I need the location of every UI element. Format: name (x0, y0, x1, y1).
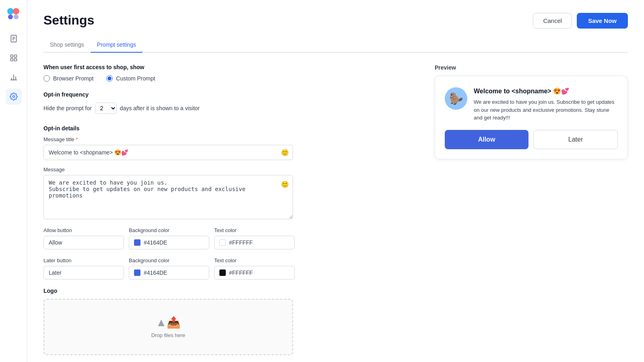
preview-avatar: 🦫 (445, 87, 467, 110)
message-emoji-btn[interactable]: 🙂 (281, 181, 289, 188)
upload-icon: ▲📤 (52, 316, 284, 329)
svg-point-0 (7, 8, 14, 14)
svg-rect-8 (10, 55, 13, 58)
svg-point-1 (13, 8, 19, 14)
radio-browser-prompt[interactable]: Browser Prompt (43, 75, 93, 82)
svg-rect-9 (14, 55, 17, 58)
preview-label: Preview (435, 64, 628, 71)
preview-allow-button[interactable]: Allow (445, 130, 528, 149)
radio-custom-prompt-input[interactable] (106, 75, 113, 82)
preview-title: Welcome to <shopname> 😍💕 (474, 87, 618, 95)
svg-rect-10 (10, 59, 13, 61)
radio-browser-prompt-input[interactable] (43, 75, 50, 82)
later-text-color-label: Text color (214, 257, 295, 263)
allow-bg-color-group: Background color #4164DE (129, 227, 209, 249)
allow-text-color-text: #FFFFFF (229, 239, 253, 246)
logo-upload-zone[interactable]: ▲📤 Drop files here (43, 299, 293, 355)
svg-point-3 (14, 14, 19, 19)
tab-bar: Shop settings Prompt settings (43, 37, 628, 53)
preview-later-button[interactable]: Later (533, 130, 618, 149)
preview-panel: Preview 🦫 Welcome to <shopname> 😍💕 We ar… (435, 64, 628, 159)
svg-point-2 (8, 14, 13, 19)
allow-text-color-swatch (219, 239, 226, 246)
later-bg-color-label: Background color (129, 257, 209, 263)
sidebar-item-chart[interactable] (6, 69, 22, 85)
allow-bg-color-input[interactable]: #4164DE (129, 236, 209, 249)
message-label: Message (43, 167, 293, 173)
later-button-label-group: Later button (43, 257, 124, 280)
message-wrapper: We are excited to have you join us. Subs… (43, 175, 293, 221)
svg-rect-11 (14, 59, 17, 61)
later-text-color-text: #FFFFFF (229, 269, 253, 276)
allow-bg-color-swatch (134, 239, 140, 246)
tab-prompt-settings[interactable]: Prompt settings (91, 37, 142, 53)
later-bg-color-group: Background color #4164DE (129, 257, 209, 280)
sidebar-item-document[interactable] (6, 31, 22, 47)
frequency-after-text: days after it is shown to a visitor (120, 105, 200, 111)
opt-in-details-label: Opt-in details (43, 125, 293, 132)
sidebar (0, 0, 27, 362)
opt-in-details: Opt-in details Message title * 🙂 Message… (43, 125, 293, 355)
message-title-label: Message title * (43, 136, 293, 142)
allow-text-color-input[interactable]: #FFFFFF (214, 236, 295, 249)
later-text-color-input[interactable]: #FFFFFF (214, 266, 295, 280)
later-bg-color-text: #4164DE (144, 269, 167, 276)
preview-content: Welcome to <shopname> 😍💕 We are excited … (474, 87, 618, 122)
allow-button-label-group: Allow button (43, 227, 124, 249)
preview-header: 🦫 Welcome to <shopname> 😍💕 We are excite… (445, 87, 618, 122)
main-content: Cancel Save Now Settings Shop settings P… (27, 0, 644, 362)
later-button-config: Later button Background color #4164DE Te… (43, 257, 293, 280)
allow-bg-color-text: #4164DE (144, 239, 167, 246)
later-button-text-input[interactable] (43, 266, 124, 280)
radio-browser-prompt-label: Browser Prompt (53, 75, 93, 82)
later-bg-color-swatch (134, 269, 140, 276)
save-now-button[interactable]: Save Now (577, 13, 628, 29)
svg-point-16 (12, 96, 14, 98)
preview-buttons: Allow Later (445, 130, 618, 149)
app-logo (6, 6, 21, 21)
sidebar-item-settings[interactable] (6, 88, 22, 105)
logo-section: Logo ▲📤 Drop files here (43, 288, 293, 355)
message-textarea[interactable]: We are excited to have you join us. Subs… (43, 175, 293, 219)
allow-text-color-label: Text color (214, 227, 295, 233)
radio-custom-prompt-label: Custom Prompt (116, 75, 155, 82)
preview-message: We are excited to have you join us. Subs… (474, 98, 618, 122)
later-text-color-swatch (219, 269, 226, 276)
message-title-wrapper: 🙂 (43, 145, 293, 160)
radio-custom-prompt[interactable]: Custom Prompt (106, 75, 155, 82)
tab-shop-settings[interactable]: Shop settings (43, 37, 91, 53)
allow-text-color-group: Text color #FFFFFF (214, 227, 295, 249)
later-text-color-group: Text color #FFFFFF (214, 257, 295, 280)
allow-button-field-label: Allow button (43, 227, 124, 233)
message-title-input[interactable] (43, 145, 293, 160)
cancel-button[interactable]: Cancel (533, 13, 572, 29)
message-title-emoji-btn[interactable]: 🙂 (281, 149, 289, 156)
later-button-field-label: Later button (43, 257, 124, 263)
later-bg-color-input[interactable]: #4164DE (129, 266, 209, 280)
header-actions: Cancel Save Now (533, 13, 628, 29)
frequency-before-text: Hide the prompt for (43, 105, 92, 111)
allow-button-config: Allow button Background color #4164DE Te… (43, 227, 293, 249)
sidebar-item-grid[interactable] (6, 50, 22, 66)
logo-label: Logo (43, 288, 293, 294)
upload-text: Drop files here (52, 332, 284, 338)
required-star: * (76, 136, 78, 142)
preview-card: 🦫 Welcome to <shopname> 😍💕 We are excite… (435, 76, 628, 159)
frequency-select[interactable]: 1 2 3 5 7 14 (95, 103, 117, 114)
allow-bg-color-label: Background color (129, 227, 209, 233)
allow-button-text-input[interactable] (43, 236, 124, 249)
